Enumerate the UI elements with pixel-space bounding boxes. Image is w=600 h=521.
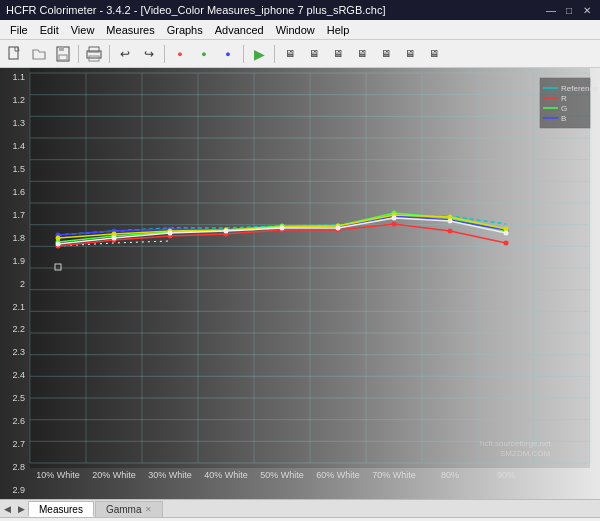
- tab-next-button[interactable]: ▶: [14, 501, 28, 517]
- separator-5: [274, 45, 275, 63]
- svg-point-80: [280, 226, 285, 231]
- print-button[interactable]: [83, 43, 105, 65]
- menubar-item-help[interactable]: Help: [321, 20, 356, 39]
- separator-2: [109, 45, 110, 63]
- svg-text:10% White: 10% White: [36, 470, 80, 480]
- chart-area: 2.9 2.8 2.7 2.6 2.5 2.4 2.3 2.2 2.1 2 1.…: [0, 68, 600, 499]
- svg-point-77: [112, 236, 117, 241]
- svg-point-48: [504, 241, 509, 246]
- monitor-7[interactable]: 🖥: [423, 43, 445, 65]
- monitor-5[interactable]: 🖥: [375, 43, 397, 65]
- menubar-item-edit[interactable]: Edit: [34, 20, 65, 39]
- svg-point-84: [504, 231, 509, 236]
- undo-button[interactable]: ↩: [114, 43, 136, 65]
- svg-text:G: G: [561, 104, 567, 113]
- color-icon: ●: [169, 43, 191, 65]
- window-title: HCFR Colorimeter - 3.4.2 - [Video_Color …: [6, 4, 544, 16]
- tab-close-icon[interactable]: ✕: [145, 505, 152, 514]
- svg-text:Reference: Reference: [561, 84, 598, 93]
- main-content: 2.9 2.8 2.7 2.6 2.5 2.4 2.3 2.2 2.1 2 1.…: [0, 68, 600, 499]
- toolbar: ↩ ↪ ● ● ● ▶ 🖥 🖥 🖥 🖥 🖥 🖥 🖥: [0, 40, 600, 68]
- svg-rect-3: [59, 47, 64, 51]
- statusbar: Ready: [0, 517, 600, 521]
- menubar-item-view[interactable]: View: [65, 20, 101, 39]
- new-button[interactable]: [4, 43, 26, 65]
- svg-point-83: [448, 219, 453, 224]
- svg-text:50% White: 50% White: [260, 470, 304, 480]
- svg-text:B: B: [561, 114, 566, 123]
- monitor-6[interactable]: 🖥: [399, 43, 421, 65]
- svg-text:40% White: 40% White: [204, 470, 248, 480]
- monitor-2[interactable]: 🖥: [303, 43, 325, 65]
- open-button[interactable]: [28, 43, 50, 65]
- monitor-1[interactable]: 🖥: [279, 43, 301, 65]
- menubar: FileEditViewMeasuresGraphsAdvancedWindow…: [0, 20, 600, 40]
- menubar-item-graphs[interactable]: Graphs: [161, 20, 209, 39]
- svg-point-67: [56, 236, 61, 241]
- svg-text:R: R: [561, 94, 567, 103]
- svg-text:20% White: 20% White: [92, 470, 136, 480]
- svg-text:30% White: 30% White: [148, 470, 192, 480]
- menubar-item-advanced[interactable]: Advanced: [209, 20, 270, 39]
- tab-prev-button[interactable]: ◀: [0, 501, 14, 517]
- tab-measures[interactable]: Measures: [28, 501, 94, 517]
- redo-button[interactable]: ↪: [138, 43, 160, 65]
- svg-text:90%: 90%: [497, 470, 515, 480]
- svg-rect-0: [9, 47, 18, 59]
- svg-point-81: [336, 226, 341, 231]
- menubar-item-file[interactable]: File: [4, 20, 34, 39]
- svg-point-76: [56, 242, 61, 247]
- measure-button[interactable]: ▶: [248, 43, 270, 65]
- separator-1: [78, 45, 79, 63]
- svg-point-47: [448, 229, 453, 234]
- chart-svg: 10% White 20% White 30% White 40% White …: [0, 68, 600, 499]
- svg-point-46: [392, 222, 397, 227]
- color-icon-g: ●: [193, 43, 215, 65]
- svg-text:80%: 80%: [441, 470, 459, 480]
- svg-point-78: [168, 231, 173, 236]
- menubar-item-measures[interactable]: Measures: [100, 20, 160, 39]
- color-icon-b: ●: [217, 43, 239, 65]
- watermark1: hcfr.sourceforge.net: [480, 439, 551, 448]
- monitor-3[interactable]: 🖥: [327, 43, 349, 65]
- svg-rect-4: [59, 55, 67, 60]
- tab-bar: ◀ ▶ Measures Gamma ✕: [0, 499, 600, 517]
- monitor-4[interactable]: 🖥: [351, 43, 373, 65]
- save-button[interactable]: [52, 43, 74, 65]
- svg-text:70% White: 70% White: [372, 470, 416, 480]
- separator-3: [164, 45, 165, 63]
- svg-point-82: [392, 216, 397, 221]
- watermark2: SMZDM.COM: [500, 449, 551, 458]
- minimize-button[interactable]: —: [544, 3, 558, 17]
- titlebar: HCFR Colorimeter - 3.4.2 - [Video_Color …: [0, 0, 600, 20]
- maximize-button[interactable]: □: [562, 3, 576, 17]
- separator-4: [243, 45, 244, 63]
- svg-point-79: [224, 229, 229, 234]
- close-button[interactable]: ✕: [580, 3, 594, 17]
- tab-gamma[interactable]: Gamma ✕: [95, 501, 164, 517]
- menubar-item-window[interactable]: Window: [270, 20, 321, 39]
- svg-text:60% White: 60% White: [316, 470, 360, 480]
